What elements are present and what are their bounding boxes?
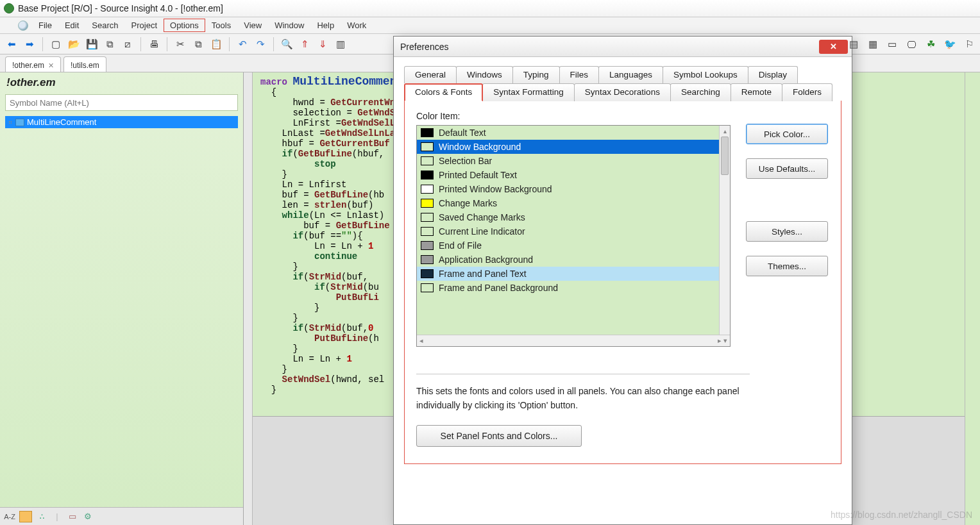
symbol-search-input[interactable] <box>5 94 238 111</box>
dialog-title: Preferences <box>400 42 448 52</box>
save-icon[interactable]: 💾 <box>84 37 99 52</box>
macro-icon <box>15 119 24 126</box>
color-item-row[interactable]: Window Background <box>417 140 730 154</box>
toolbar-separator <box>273 37 274 51</box>
color-item-row[interactable]: Printed Default Text <box>417 168 730 182</box>
set-panel-fonts-button[interactable]: Set Panel Fonts and Colors... <box>416 425 582 447</box>
pref-tab-symbol-lookups[interactable]: Symbol Lookups <box>663 66 748 83</box>
menu-work[interactable]: Work <box>341 19 373 32</box>
leaf-icon[interactable]: ☘ <box>924 37 938 51</box>
color-item-row[interactable]: Default Text <box>417 126 730 140</box>
pref-tab-searching[interactable]: Searching <box>670 83 731 101</box>
book-icon[interactable]: ▭ <box>885 37 899 51</box>
use-defaults-button[interactable]: Use Defaults... <box>746 158 828 179</box>
app-icon <box>4 3 14 13</box>
print-icon[interactable]: 🖶 <box>146 37 162 52</box>
open-file-icon[interactable]: 📂 <box>66 37 81 52</box>
document-tab[interactable]: !utils.em <box>63 56 106 72</box>
watermark: https://blog.csdn.net/zhangll_CSDN <box>831 510 972 520</box>
monitor-icon[interactable]: 🖵 <box>904 37 918 51</box>
color-item-row[interactable]: Current Line Indicator <box>417 224 730 238</box>
menu-options[interactable]: Options <box>164 19 205 32</box>
color-item-listbox[interactable]: Default TextWindow BackgroundSelection B… <box>416 125 731 347</box>
panel2-icon[interactable]: ▦ <box>866 37 880 51</box>
pick-color-button[interactable]: Pick Color... <box>746 124 828 144</box>
find-icon[interactable]: 🔍 <box>279 37 294 52</box>
pref-tab-general[interactable]: General <box>404 66 457 83</box>
color-item-row[interactable]: Printed Window Background <box>417 182 730 196</box>
cut-icon[interactable]: ✂ <box>173 37 188 52</box>
menu-tools[interactable]: Tools <box>205 19 237 32</box>
symbol-name: MultiLineComment <box>27 117 96 127</box>
color-swatch <box>421 156 434 165</box>
dialog-close-button[interactable]: ✕ <box>819 40 848 54</box>
pref-tab-languages[interactable]: Languages <box>598 66 663 83</box>
redo-icon[interactable]: ↷ <box>253 37 268 52</box>
menu-edit[interactable]: Edit <box>58 19 85 32</box>
themes-button[interactable]: Themes... <box>746 256 828 276</box>
close-icon[interactable]: ✕ <box>48 62 54 70</box>
new-file-icon[interactable]: ▢ <box>48 37 63 52</box>
color-swatch <box>421 199 434 208</box>
copy-icon[interactable]: ⧉ <box>190 37 206 52</box>
find-next-icon[interactable]: ⇓ <box>315 37 330 52</box>
find-prev-icon[interactable]: ⇑ <box>297 37 312 52</box>
search-globe-icon[interactable] <box>18 21 28 31</box>
toolbar-separator <box>229 37 230 51</box>
pref-tab-folders[interactable]: Folders <box>782 83 832 101</box>
listbox-h-scrollbar[interactable]: ◂▸ ▾ <box>417 335 730 346</box>
pref-tab-typing[interactable]: Typing <box>512 66 560 83</box>
pref-tab-colors-fonts[interactable]: Colors & Fonts <box>404 83 483 101</box>
color-item-name: Current Line Indicator <box>439 226 525 237</box>
panel-icon[interactable]: ▤ <box>847 37 861 51</box>
list-view-icon[interactable] <box>19 511 32 522</box>
close-doc-icon[interactable]: ⧄ <box>120 37 135 52</box>
color-item-row[interactable]: End of File <box>417 238 730 253</box>
book-icon[interactable]: ▭ <box>67 511 78 522</box>
flag-icon[interactable]: ⚐ <box>962 37 976 51</box>
color-item-name: Frame and Panel Text <box>439 269 527 279</box>
pref-tab-windows[interactable]: Windows <box>456 66 513 83</box>
save-all-icon[interactable]: ⧉ <box>102 37 117 52</box>
splitter[interactable] <box>244 72 253 525</box>
symbol-tree-item[interactable]: MultiLineComment <box>5 116 238 128</box>
styles-button[interactable]: Styles... <box>746 221 828 242</box>
bookmark-icon[interactable]: ▥ <box>333 37 348 52</box>
sort-az-icon[interactable]: A-Z <box>4 511 15 522</box>
nav-back-button[interactable]: ⬅ <box>4 37 19 52</box>
color-item-name: Application Background <box>439 254 533 265</box>
color-swatch <box>421 269 434 278</box>
color-item-row[interactable]: Saved Change Marks <box>417 210 730 224</box>
pref-tabs-row2: Colors & FontsSyntax FormattingSyntax De… <box>404 83 841 101</box>
nav-forward-button[interactable]: ➡ <box>22 37 37 52</box>
symbol-tree[interactable]: MultiLineComment <box>5 116 238 504</box>
pref-tab-remote[interactable]: Remote <box>731 83 782 101</box>
undo-icon[interactable]: ↶ <box>235 37 250 52</box>
color-item-row[interactable]: Selection Bar <box>417 154 730 168</box>
menu-window[interactable]: Window <box>268 19 310 32</box>
listbox-v-scrollbar[interactable]: ▴ <box>719 126 730 335</box>
color-item-row[interactable]: Application Background <box>417 253 730 267</box>
color-item-name: End of File <box>439 240 482 251</box>
menu-file[interactable]: File <box>32 19 58 32</box>
menu-project[interactable]: Project <box>125 19 164 32</box>
dialog-titlebar[interactable]: Preferences ✕ <box>394 37 852 57</box>
paste-icon[interactable]: 📋 <box>208 37 224 52</box>
tree-expand-icon[interactable] <box>9 121 12 124</box>
pref-tab-display[interactable]: Display <box>748 66 798 83</box>
color-item-name: Change Marks <box>439 198 497 208</box>
color-item-row[interactable]: Frame and Panel Text <box>417 267 730 281</box>
bird-icon[interactable]: 🐦 <box>943 37 957 51</box>
gear-icon[interactable]: ⚙ <box>82 511 94 522</box>
menu-help[interactable]: Help <box>310 19 341 32</box>
pref-tab-syntax-formatting[interactable]: Syntax Formatting <box>482 83 575 101</box>
pref-tab-syntax-decorations[interactable]: Syntax Decorations <box>574 83 671 101</box>
pref-tab-files[interactable]: Files <box>559 66 600 83</box>
menu-view[interactable]: View <box>237 19 268 32</box>
color-item-row[interactable]: Change Marks <box>417 196 730 210</box>
document-tab[interactable]: !other.em✕ <box>5 56 61 72</box>
color-item-row[interactable]: Frame and Panel Background <box>417 281 730 295</box>
menu-search[interactable]: Search <box>85 19 124 32</box>
hierarchy-icon[interactable]: ⛬ <box>36 511 47 522</box>
color-item-label: Color Item: <box>416 111 829 121</box>
